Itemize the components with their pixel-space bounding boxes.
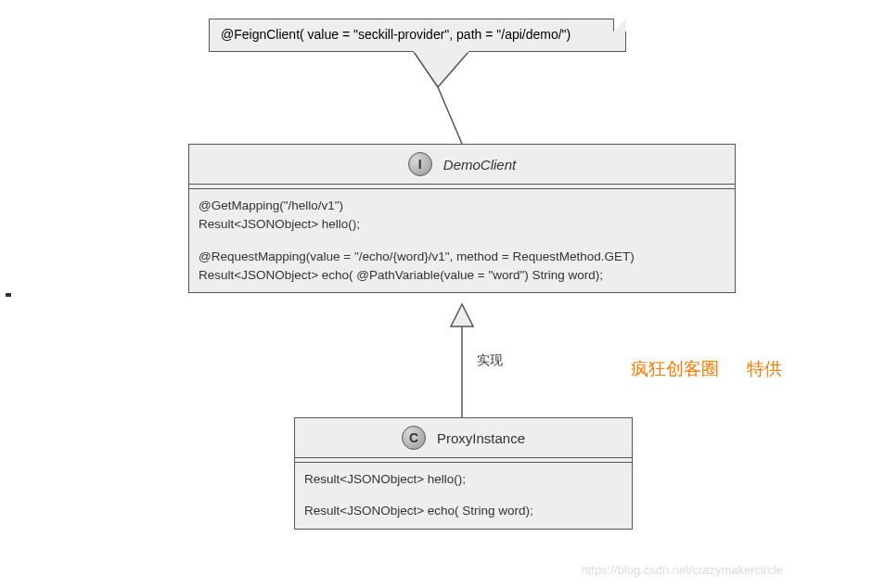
method-group: @RequestMapping(value = "/echo/{word}/v1… <box>199 248 725 286</box>
interface-name: DemoClient <box>443 157 516 173</box>
brand-text-2: 特供 <box>747 357 782 381</box>
method-group: @GetMapping("/hello/v1") Result<JSONObje… <box>199 197 725 235</box>
class-stereotype: C <box>409 430 418 445</box>
watermark-text: https://blog.csdn.net/crazymakercircle <box>582 563 783 577</box>
uml-diagram: @FeignClient( value = "seckill-provider"… <box>0 0 885 588</box>
dot-marker <box>6 293 11 297</box>
method-group: Result<JSONObject> hello(); <box>304 470 622 489</box>
method-signature: Result<JSONObject> echo( @PathVariable(v… <box>199 266 725 285</box>
class-body: Result<JSONObject> hello(); Result<JSONO… <box>295 463 632 529</box>
class-icon: C <box>402 426 426 450</box>
svg-line-1 <box>438 87 462 144</box>
interface-democlient: I DemoClient @GetMapping("/hello/v1") Re… <box>188 144 736 293</box>
method-annotation: @GetMapping("/hello/v1") <box>199 197 725 215</box>
method-annotation: @RequestMapping(value = "/echo/{word}/v1… <box>199 248 725 266</box>
interface-icon: I <box>408 152 432 176</box>
class-header: C ProxyInstance <box>295 418 632 458</box>
interface-stereotype: I <box>418 157 422 172</box>
method-signature: Result<JSONObject> hello(); <box>304 470 622 489</box>
class-proxyinstance: C ProxyInstance Result<JSONObject> hello… <box>294 417 633 530</box>
class-name: ProxyInstance <box>437 430 525 446</box>
note-fold-icon <box>613 19 626 32</box>
brand-text-1: 疯狂创客圈 <box>631 357 719 381</box>
interface-header: I DemoClient <box>189 145 735 185</box>
relation-label: 实现 <box>477 352 503 369</box>
method-signature: Result<JSONObject> echo( String word); <box>304 502 622 520</box>
note-text: @FeignClient( value = "seckill-provider"… <box>221 27 571 42</box>
method-signature: Result<JSONObject> hello(); <box>199 215 725 234</box>
interface-body: @GetMapping("/hello/v1") Result<JSONObje… <box>189 189 735 292</box>
svg-marker-2 <box>451 304 473 326</box>
method-group: Result<JSONObject> echo( String word); <box>304 502 622 520</box>
annotation-note: @FeignClient( value = "seckill-provider"… <box>209 19 626 52</box>
